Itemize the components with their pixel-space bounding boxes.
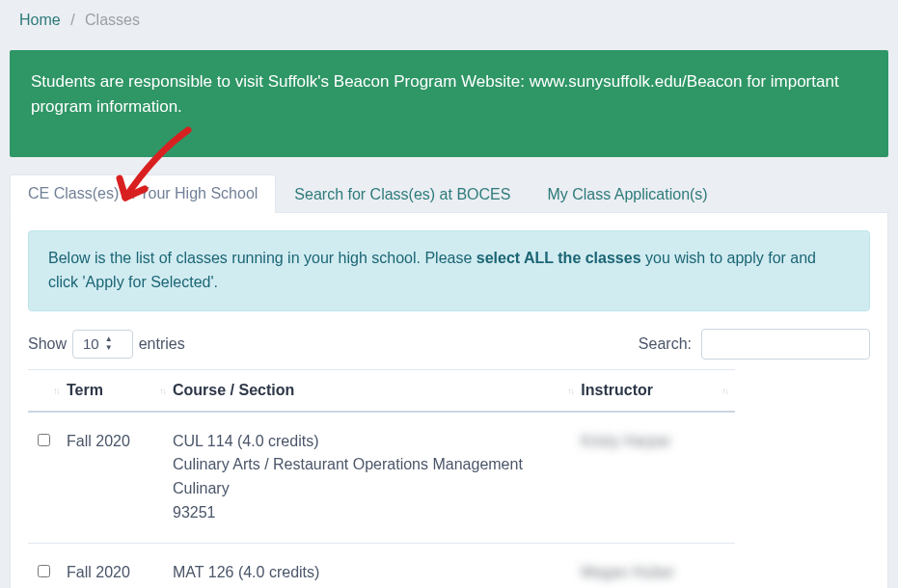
course-title: CUL 114 (4.0 credits)	[173, 430, 571, 454]
info-text-pre: Below is the list of classes running in …	[48, 250, 476, 266]
cell-instructor: Kristy Harper	[581, 412, 735, 544]
show-label: Show	[28, 335, 67, 353]
cell-term: Fall 2020	[67, 543, 173, 588]
info-alert: Below is the list of classes running in …	[28, 230, 870, 311]
entries-select[interactable]: 10 ▲▼	[72, 330, 133, 359]
breadcrumb-separator: /	[70, 12, 74, 28]
sort-icon: ↑↓	[567, 385, 573, 395]
course-line: Culinary Arts / Restaurant Operations Ma…	[173, 453, 571, 477]
entries-select-value: 10	[83, 335, 99, 352]
cell-instructor: Megan Huber	[581, 543, 735, 588]
tab-my-applications[interactable]: My Class Application(s)	[529, 175, 725, 213]
classes-table: ↑↓ Term↑↓ Course / Section↑↓ Instructor↑…	[28, 369, 735, 588]
breadcrumb-current: Classes	[85, 12, 140, 28]
tab-bar: CE Class(es) in Your High School Search …	[10, 174, 888, 213]
course-line: Math 12H PreCalculus	[173, 585, 571, 588]
column-header-instructor[interactable]: Instructor↑↓	[581, 369, 735, 412]
tab-content: Below is the list of classes running in …	[10, 213, 888, 588]
cell-course: MAT 126 (4.0 credits) Math 12H PreCalcul…	[173, 543, 581, 588]
sort-icon: ↑↓	[53, 385, 59, 395]
select-caret-icon: ▲▼	[105, 335, 113, 352]
column-header-select[interactable]: ↑↓	[28, 369, 67, 412]
course-line: 93251	[173, 501, 571, 525]
sort-icon: ↑↓	[159, 385, 165, 395]
course-title: MAT 126 (4.0 credits)	[173, 561, 571, 585]
instructor-header-label: Instructor	[581, 382, 653, 398]
table-row: Fall 2020 CUL 114 (4.0 credits) Culinary…	[28, 412, 735, 544]
term-header-label: Term	[67, 382, 103, 398]
search-label: Search:	[639, 335, 692, 353]
row-select-checkbox[interactable]	[38, 565, 50, 577]
course-line: Culinary	[173, 477, 571, 501]
cell-course: CUL 114 (4.0 credits) Culinary Arts / Re…	[173, 412, 581, 544]
info-text-bold: select ALL the classes	[476, 250, 641, 266]
sort-icon: ↑↓	[721, 385, 727, 395]
cell-term: Fall 2020	[67, 412, 173, 544]
tab-search-boces[interactable]: Search for Class(es) at BOCES	[276, 175, 529, 213]
instructor-name: Megan Huber	[581, 564, 674, 580]
table-controls: Show 10 ▲▼ entries Search:	[28, 329, 870, 360]
search-input[interactable]	[701, 329, 870, 360]
instructor-name: Kristy Harper	[581, 433, 670, 449]
tab-ce-classes[interactable]: CE Class(es) in Your High School	[10, 174, 276, 213]
breadcrumb: Home / Classes	[0, 0, 898, 40]
column-header-course[interactable]: Course / Section↑↓	[173, 369, 581, 412]
row-select-checkbox[interactable]	[38, 434, 50, 446]
breadcrumb-home-link[interactable]: Home	[19, 12, 61, 28]
table-row: Fall 2020 MAT 126 (4.0 credits) Math 12H…	[28, 543, 735, 588]
column-header-term[interactable]: Term↑↓	[67, 369, 173, 412]
notice-banner: Students are responsible to visit Suffol…	[10, 50, 888, 157]
entries-label: entries	[139, 335, 185, 353]
course-header-label: Course / Section	[173, 382, 294, 398]
